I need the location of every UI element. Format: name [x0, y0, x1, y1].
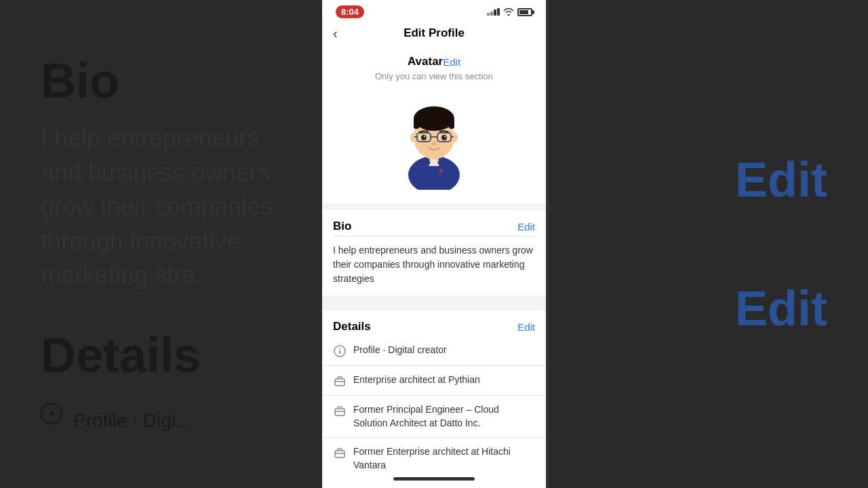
bg-edit-bio: Edit	[735, 152, 827, 207]
detail-item-job3: Former Enterprise architect at Hitachi V…	[322, 438, 546, 469]
bio-title: Bio	[333, 220, 351, 233]
details-header: Details Edit	[322, 310, 546, 336]
home-indicator	[322, 469, 546, 488]
info-icon	[333, 344, 347, 358]
gap-2	[322, 296, 546, 302]
bg-bio-text: I help entrepreneurs and business owners…	[41, 121, 285, 292]
bio-header: Bio Edit	[322, 210, 546, 236]
briefcase-icon-3	[333, 446, 347, 460]
detail-text-job2: Former Principal Engineer – Cloud Soluti…	[353, 403, 535, 430]
detail-text-job1: Enterprise architect at Pythian	[353, 373, 535, 387]
detail-text-job3: Former Enterprise architect at Hitachi V…	[353, 445, 535, 469]
svg-point-21	[339, 348, 340, 350]
back-button[interactable]: ‹	[333, 26, 338, 41]
avatar-edit-button[interactable]: Edit	[443, 56, 460, 68]
detail-item-job1: Enterprise architect at Pythian	[322, 366, 546, 396]
svg-point-16	[441, 135, 447, 140]
gap-1	[322, 203, 546, 210]
status-bar: 8:04	[322, 0, 546, 21]
home-bar	[393, 477, 475, 481]
svg-rect-7	[449, 119, 454, 129]
details-section: Details Edit Profile · Digital creator	[322, 310, 546, 469]
bio-edit-button[interactable]: Edit	[517, 221, 535, 232]
svg-point-3	[439, 169, 443, 173]
phone-screen: 8:04 ‹ Edit Profile	[322, 0, 546, 488]
status-icons	[487, 7, 532, 18]
avatar-header: Avatar Edit	[397, 45, 471, 71]
avatar-svg	[397, 95, 471, 190]
briefcase-icon-1	[333, 374, 347, 388]
page-title: Edit Profile	[403, 26, 465, 40]
bg-profile-text: Profile · Digi...	[73, 407, 191, 434]
nav-bar: ‹ Edit Profile	[322, 21, 546, 45]
details-title: Details	[333, 320, 371, 333]
avatar-section: Avatar Edit Only you can view this secti…	[322, 45, 546, 203]
avatar-subtitle: Only you can view this section	[364, 71, 504, 88]
bio-text: I help entrepreneurs and business owners…	[322, 237, 546, 296]
scroll-content[interactable]: Avatar Edit Only you can view this secti…	[322, 45, 546, 469]
svg-point-19	[432, 142, 436, 145]
svg-rect-22	[339, 350, 340, 354]
avatar-image	[390, 95, 478, 190]
svg-point-5	[414, 106, 454, 131]
bg-details-label: Details	[41, 329, 285, 382]
avatar-title: Avatar	[408, 55, 443, 68]
details-edit-button[interactable]: Edit	[517, 321, 535, 333]
signal-icon	[487, 8, 500, 16]
detail-item-profile: Profile · Digital creator	[322, 336, 546, 366]
svg-rect-23	[335, 379, 344, 386]
svg-point-18	[444, 136, 446, 137]
status-time: 8:04	[336, 5, 364, 18]
bg-edit-details: Edit	[735, 281, 827, 336]
bio-section: Bio Edit I help entrepreneurs and busine…	[322, 210, 546, 296]
detail-item-job2: Former Principal Engineer – Cloud Soluti…	[322, 396, 546, 438]
briefcase-icon-2	[333, 404, 347, 418]
bg-bio-label: Bio	[41, 54, 285, 108]
detail-text-profile: Profile · Digital creator	[353, 344, 535, 357]
svg-rect-27	[335, 451, 344, 458]
svg-point-15	[421, 135, 427, 140]
svg-point-17	[424, 136, 425, 137]
bg-left-panel: Bio I help entrepreneurs and business ow…	[0, 0, 326, 488]
svg-rect-25	[335, 409, 344, 415]
wifi-icon	[503, 7, 514, 18]
svg-rect-6	[414, 119, 419, 129]
bg-right-panel: Edit Edit	[549, 0, 868, 488]
battery-icon	[517, 8, 532, 16]
